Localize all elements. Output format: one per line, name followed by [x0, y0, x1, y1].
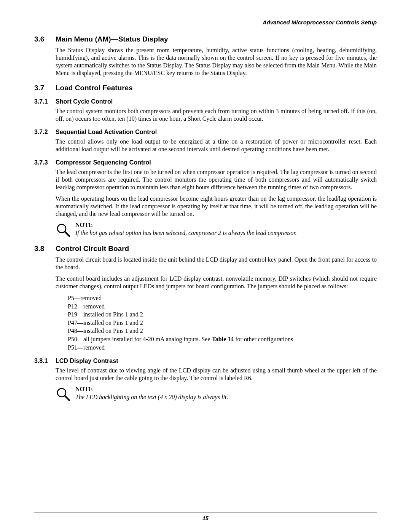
top-rule [34, 28, 377, 28]
bottom-rule [34, 513, 377, 513]
paragraph: The control system monitors both compres… [56, 107, 377, 123]
section-3-8-heading: 3.8 Control Circuit Board [34, 244, 377, 253]
list-item: P50—all jumpers installed for 4-20 mA an… [68, 335, 377, 343]
note-block: NOTE The LED backlighting on the text (4… [56, 386, 377, 403]
magnifier-icon [56, 387, 72, 403]
subsection-3-7-1-body: The control system monitors both compres… [56, 107, 377, 123]
section-3-8-body: The control circuit board is located ins… [56, 256, 377, 290]
section-title: Load Control Features [56, 84, 133, 92]
subsection-3-8-1-heading: 3.8.1 LCD Display Contrast [34, 358, 377, 364]
subsection-3-7-3-body: The lead compressor is the first one to … [56, 168, 377, 218]
subsection-number: 3.7.3 [34, 159, 56, 166]
table-reference: Table 14 [212, 336, 234, 342]
paragraph: The Status Display shows the present roo… [56, 46, 377, 77]
subsection-title: Compressor Sequencing Control [56, 159, 151, 166]
subsection-3-7-2-heading: 3.7.2 Sequential Load Activation Control [34, 129, 377, 136]
list-item: P48—installed on Pins 1 and 2 [68, 327, 377, 335]
paragraph: When the operating hours on the lead com… [56, 195, 377, 218]
paragraph: The lead compressor is the first one to … [56, 168, 377, 191]
section-number: 3.6 [34, 35, 56, 43]
svg-line-3 [65, 396, 69, 400]
section-number: 3.8 [34, 244, 56, 253]
subsection-3-7-3-heading: 3.7.3 Compressor Sequencing Control [34, 159, 377, 166]
subsection-title: Short Cycle Control [56, 98, 113, 105]
paragraph: The control circuit board is located ins… [56, 256, 377, 271]
list-item-text: P50—all jumpers installed for 4-20 mA an… [68, 336, 212, 342]
subsection-3-7-1-heading: 3.7.1 Short Cycle Control [34, 98, 377, 105]
note-block: NOTE If the hot gas reheat option has be… [56, 222, 377, 239]
list-item: P47—installed on Pins 1 and 2 [68, 319, 377, 327]
subsection-title: Sequential Load Activation Control [56, 129, 157, 136]
note-heading: NOTE [75, 222, 297, 228]
note-heading: NOTE [75, 386, 228, 393]
list-item-text: for other configurations [234, 336, 293, 342]
subsection-3-7-2-body: The control allows only one load output … [56, 138, 377, 153]
section-title: Control Circuit Board [56, 244, 129, 253]
subsection-number: 3.7.1 [34, 98, 56, 105]
list-item: P19—installed on Pins 1 and 2 [68, 310, 377, 319]
subsection-3-8-1-body: The level of contrast due to viewing ang… [56, 367, 377, 382]
list-item: P5—removed [68, 294, 377, 302]
paragraph: The control board includes an adjustment… [56, 275, 377, 290]
note-text: NOTE If the hot gas reheat option has be… [75, 222, 297, 237]
subsection-title: LCD Display Contrast [56, 358, 118, 364]
page-number: 15 [0, 515, 411, 521]
section-3-6-heading: 3.6 Main Menu (AM)—Status Display [34, 35, 377, 43]
page: Advanced Microprocessor Controls Setup 3… [0, 0, 411, 532]
running-head: Advanced Microprocessor Controls Setup [34, 19, 377, 26]
jumper-list: P5—removed P12—removed P19—installed on … [68, 294, 377, 351]
subsection-number: 3.7.2 [34, 129, 56, 136]
section-3-7-heading: 3.7 Load Control Features [34, 84, 377, 92]
list-item: P51—removed [68, 343, 377, 352]
paragraph: The control allows only one load output … [56, 138, 377, 153]
svg-line-1 [65, 232, 69, 236]
list-item: P12—removed [68, 302, 377, 311]
section-title: Main Menu (AM)—Status Display [56, 35, 168, 43]
magnifier-icon [56, 222, 72, 239]
note-body: The LED backlighting on the text (4 x 20… [75, 393, 228, 401]
paragraph: The level of contrast due to viewing ang… [56, 367, 377, 382]
section-3-6-body: The Status Display shows the present roo… [56, 46, 377, 77]
section-number: 3.7 [34, 84, 56, 92]
note-text: NOTE The LED backlighting on the text (4… [75, 386, 228, 401]
note-body: If the hot gas reheat option has been se… [75, 229, 297, 237]
subsection-number: 3.8.1 [34, 358, 56, 364]
